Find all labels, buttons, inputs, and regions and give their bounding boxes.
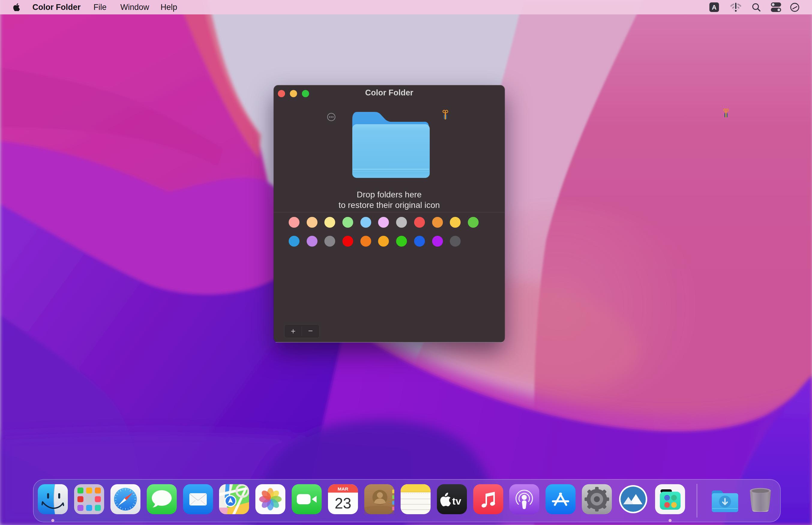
svg-text:A: A (712, 4, 717, 11)
svg-text:23: 23 (334, 495, 351, 512)
svg-text:MAR: MAR (337, 486, 348, 491)
svg-text:tv: tv (452, 495, 461, 507)
